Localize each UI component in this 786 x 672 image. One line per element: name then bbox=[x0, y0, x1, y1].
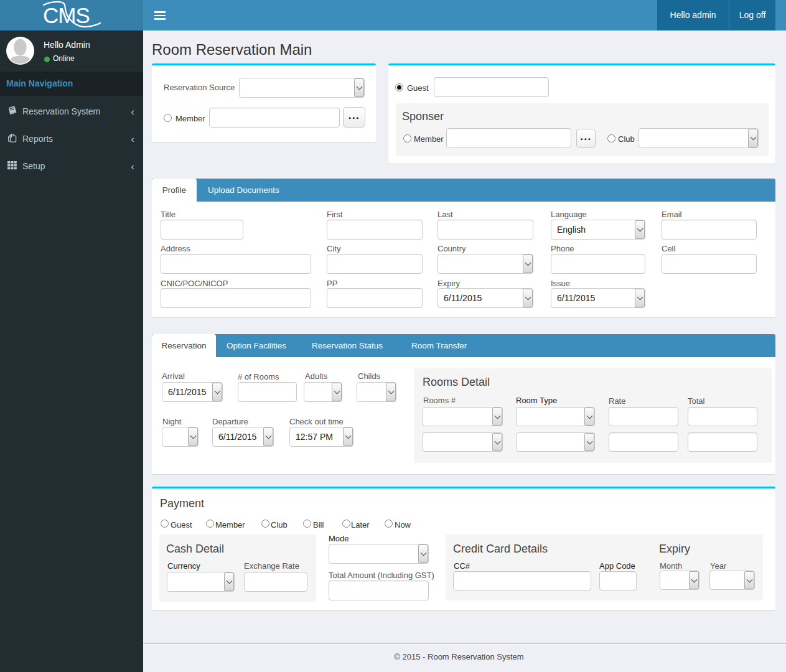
svg-text:CMS: CMS bbox=[43, 3, 90, 27]
